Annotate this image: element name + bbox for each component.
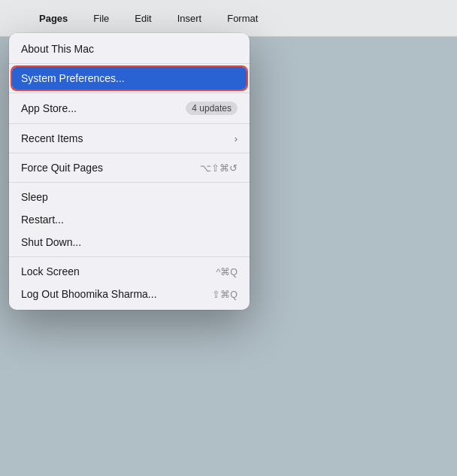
menubar-item-file[interactable]: File <box>87 10 115 27</box>
app-store-badge: 4 updates <box>186 102 238 115</box>
menu-separator-2 <box>9 92 250 93</box>
menu-item-system-preferences[interactable]: System Preferences... <box>12 67 247 89</box>
menu-item-shut-down[interactable]: Shut Down... <box>9 231 250 253</box>
menu-separator-4 <box>9 153 250 153</box>
menubar-item-edit[interactable]: Edit <box>129 10 157 27</box>
apple-dropdown-menu: About This Mac System Preferences... App… <box>9 33 250 310</box>
menu-item-logout[interactable]: Log Out Bhoomika Sharma... ⇧⌘Q <box>9 283 250 305</box>
menu-separator-3 <box>9 123 250 124</box>
menu-item-sleep[interactable]: Sleep <box>9 186 250 208</box>
menubar-item-insert[interactable]: Insert <box>171 10 208 27</box>
menu-item-app-store[interactable]: App Store... 4 updates <box>9 96 250 120</box>
menu-item-recent-items[interactable]: Recent Items › <box>9 127 250 150</box>
menu-item-restart[interactable]: Restart... <box>9 208 250 231</box>
logout-shortcut: ⇧⌘Q <box>212 289 238 300</box>
menu-item-lock-screen[interactable]: Lock Screen ^⌘Q <box>9 260 250 283</box>
chevron-right-icon: › <box>235 133 238 144</box>
menubar-item-pages[interactable]: Pages <box>33 10 74 27</box>
menu-separator-6 <box>9 256 250 257</box>
menu-item-force-quit[interactable]: Force Quit Pages ⌥⇧⌘↺ <box>9 156 250 179</box>
menubar: Pages File Edit Insert Format <box>0 0 457 37</box>
apple-menu-button[interactable] <box>8 15 20 21</box>
menu-item-about[interactable]: About This Mac <box>9 38 250 60</box>
menu-separator-1 <box>9 63 250 64</box>
menu-separator-5 <box>9 182 250 183</box>
menubar-item-format[interactable]: Format <box>221 10 264 27</box>
force-quit-shortcut: ⌥⇧⌘↺ <box>200 162 238 174</box>
lock-screen-shortcut: ^⌘Q <box>216 266 238 277</box>
